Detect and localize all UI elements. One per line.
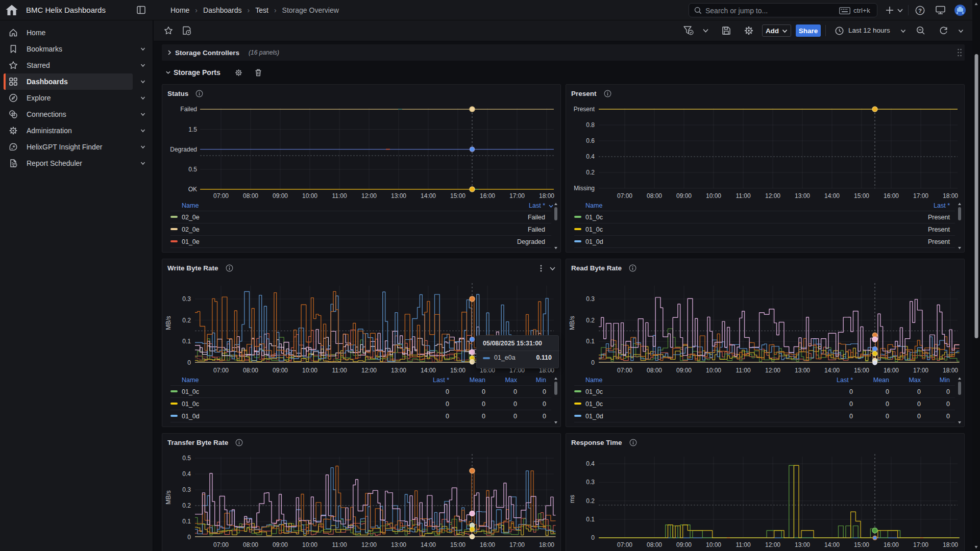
- svg-text:0: 0: [849, 413, 853, 420]
- svg-text:0: 0: [513, 388, 517, 395]
- svg-text:01_0d: 01_0d: [585, 413, 603, 420]
- svg-text:08:00: 08:00: [243, 541, 258, 548]
- svg-text:Mean: Mean: [470, 377, 485, 384]
- svg-text:0.1: 0.1: [586, 516, 595, 523]
- svg-text:Last *: Last *: [837, 377, 853, 384]
- svg-text:01_0c: 01_0c: [585, 400, 603, 408]
- svg-text:11:00: 11:00: [736, 541, 750, 548]
- svg-text:0.1: 0.1: [182, 518, 191, 525]
- svg-text:Failed: Failed: [528, 226, 545, 233]
- svg-text:15:00: 15:00: [450, 541, 465, 548]
- svg-text:Last *: Last *: [529, 202, 545, 209]
- svg-text:0: 0: [946, 400, 950, 408]
- svg-text:0: 0: [446, 400, 449, 408]
- svg-text:Failed: Failed: [528, 214, 545, 221]
- svg-text:Max: Max: [505, 377, 517, 384]
- svg-text:0: 0: [917, 400, 921, 408]
- svg-text:0: 0: [917, 413, 921, 420]
- svg-text:0: 0: [886, 400, 889, 408]
- svg-text:02_0e: 02_0e: [182, 226, 200, 233]
- svg-text:0: 0: [482, 388, 485, 395]
- svg-text:16:00: 16:00: [480, 541, 495, 548]
- svg-text:Min: Min: [940, 377, 950, 384]
- svg-text:0.5: 0.5: [182, 455, 191, 462]
- svg-text:0: 0: [849, 388, 853, 395]
- svg-text:0: 0: [591, 534, 595, 541]
- svg-text:07:00: 07:00: [213, 541, 229, 548]
- svg-text:10:00: 10:00: [302, 541, 317, 548]
- svg-text:0: 0: [446, 388, 449, 395]
- svg-text:14:00: 14:00: [824, 541, 840, 548]
- svg-text:18:00: 18:00: [539, 541, 554, 548]
- svg-text:Mean: Mean: [873, 377, 889, 384]
- svg-text:08:00: 08:00: [647, 541, 662, 548]
- svg-text:11:00: 11:00: [332, 541, 347, 548]
- svg-text:01_0d: 01_0d: [585, 238, 603, 245]
- svg-text:?: ?: [918, 8, 922, 14]
- svg-text:16:00: 16:00: [884, 541, 899, 548]
- svg-text:0: 0: [446, 413, 449, 420]
- svg-text:09:00: 09:00: [676, 541, 692, 548]
- svg-text:0: 0: [886, 388, 889, 395]
- svg-text:Degraded: Degraded: [517, 238, 545, 245]
- svg-text:0: 0: [513, 400, 517, 408]
- svg-text:17:00: 17:00: [913, 541, 928, 548]
- svg-text:12:00: 12:00: [765, 541, 780, 548]
- svg-text:14:00: 14:00: [421, 541, 436, 548]
- svg-text:10:00: 10:00: [706, 541, 721, 548]
- svg-text:0.4: 0.4: [182, 470, 191, 478]
- svg-text:Last *: Last *: [433, 377, 449, 384]
- svg-text:01_0d: 01_0d: [182, 413, 200, 420]
- svg-text:17:00: 17:00: [509, 541, 525, 548]
- svg-text:07:00: 07:00: [617, 541, 632, 548]
- svg-text:Present: Present: [928, 238, 950, 245]
- svg-text:0: 0: [946, 388, 950, 395]
- svg-text:01_0c: 01_0c: [182, 388, 199, 395]
- svg-text:13:00: 13:00: [795, 541, 810, 548]
- svg-text:18:00: 18:00: [943, 541, 958, 548]
- svg-text:ms: ms: [569, 495, 576, 503]
- svg-text:12:00: 12:00: [361, 541, 377, 548]
- svg-text:0: 0: [513, 413, 517, 420]
- svg-text:15:00: 15:00: [854, 541, 869, 548]
- svg-text:Name: Name: [182, 202, 199, 209]
- svg-text:0.2: 0.2: [182, 502, 191, 509]
- svg-text:02_0e: 02_0e: [182, 214, 200, 221]
- svg-text:01_0c: 01_0c: [182, 400, 199, 408]
- svg-text:0: 0: [482, 400, 485, 408]
- svg-text:0.2: 0.2: [586, 497, 595, 505]
- svg-text:0: 0: [187, 534, 191, 541]
- svg-text:Name: Name: [585, 377, 602, 384]
- svg-text:Name: Name: [182, 377, 199, 384]
- svg-text:0.3: 0.3: [586, 479, 595, 486]
- svg-text:Present: Present: [928, 226, 950, 233]
- svg-text:Min: Min: [536, 377, 546, 384]
- svg-text:0: 0: [543, 400, 546, 408]
- svg-text:Name: Name: [585, 202, 602, 209]
- svg-text:01_0e: 01_0e: [182, 238, 200, 245]
- svg-text:Present: Present: [928, 214, 950, 221]
- svg-text:0: 0: [482, 413, 485, 420]
- svg-text:Last *: Last *: [934, 202, 950, 209]
- svg-text:0: 0: [886, 413, 889, 420]
- svg-text:0: 0: [917, 388, 921, 395]
- svg-text:0: 0: [946, 413, 950, 420]
- svg-text:0: 0: [543, 388, 546, 395]
- svg-text:0.4: 0.4: [586, 460, 595, 467]
- svg-text:01_0c: 01_0c: [585, 388, 603, 395]
- svg-text:01_0c: 01_0c: [585, 214, 603, 221]
- svg-text:Max: Max: [909, 377, 921, 384]
- svg-text:09:00: 09:00: [273, 541, 288, 548]
- svg-text:01_0c: 01_0c: [585, 226, 603, 233]
- svg-text:0.3: 0.3: [182, 486, 191, 493]
- svg-text:MB/s: MB/s: [165, 490, 172, 504]
- svg-text:0: 0: [543, 413, 546, 420]
- svg-text:0: 0: [849, 400, 853, 408]
- svg-text:13:00: 13:00: [391, 541, 406, 548]
